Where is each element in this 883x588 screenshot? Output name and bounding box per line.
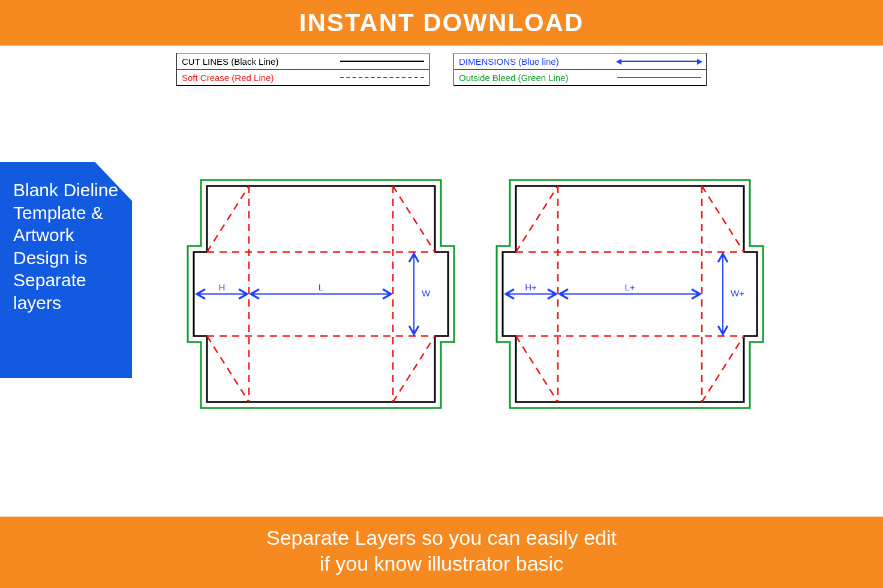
- blue-arrow-icon: [617, 61, 701, 62]
- black-line-icon: [340, 61, 424, 62]
- legend-dim-row: DIMENSIONS (Blue line): [454, 53, 706, 69]
- legend-bleed-row: Outside Bleed (Green Line): [454, 69, 706, 85]
- svg-line-16: [702, 186, 744, 252]
- svg-line-18: [702, 336, 744, 402]
- dim-h: H: [219, 282, 226, 292]
- legend-cut-row: CUT LINES (Black Line): [177, 53, 429, 69]
- red-dash-icon: [340, 77, 424, 78]
- dieline-right: H+ L+ W+: [492, 174, 768, 414]
- svg-line-5: [393, 186, 435, 252]
- bottom-banner: Separate Layers so you can easily edit i…: [0, 517, 883, 588]
- dim-l-plus: L+: [624, 282, 635, 292]
- svg-line-4: [207, 186, 249, 252]
- legend-crease-row: Soft Crease (Red Line): [177, 69, 429, 85]
- legend-dim-label: DIMENSIONS (Blue line): [459, 56, 617, 67]
- legend-crease-label: Soft Crease (Red Line): [182, 73, 340, 83]
- dieline-left: H L W: [183, 174, 459, 414]
- bottom-line1: Separate Layers so you can easily edit: [0, 525, 883, 551]
- dim-w: W: [422, 288, 431, 298]
- bottom-line2: if you know illustrator basic: [0, 551, 883, 577]
- legend-cut-label: CUT LINES (Black Line): [182, 56, 340, 67]
- dim-w-plus: W+: [731, 288, 744, 298]
- side-badge: Blank Dieline Template & Artwork Design …: [0, 162, 132, 378]
- svg-line-15: [516, 186, 558, 252]
- legend: CUT LINES (Black Line) Soft Crease (Red …: [0, 53, 883, 86]
- top-banner: INSTANT DOWNLOAD: [0, 0, 883, 46]
- svg-line-6: [207, 336, 249, 402]
- legend-bleed-label: Outside Bleed (Green Line): [459, 73, 617, 83]
- legend-right-box: DIMENSIONS (Blue line) Outside Bleed (Gr…: [453, 53, 707, 86]
- svg-line-7: [393, 336, 435, 402]
- legend-left-box: CUT LINES (Black Line) Soft Crease (Red …: [176, 53, 430, 86]
- dim-l: L: [319, 282, 323, 292]
- svg-line-17: [516, 336, 558, 402]
- dim-h-plus: H+: [525, 282, 537, 292]
- green-line-icon: [617, 77, 701, 78]
- dieline-diagrams: H L W H+ L+ W+: [183, 174, 783, 414]
